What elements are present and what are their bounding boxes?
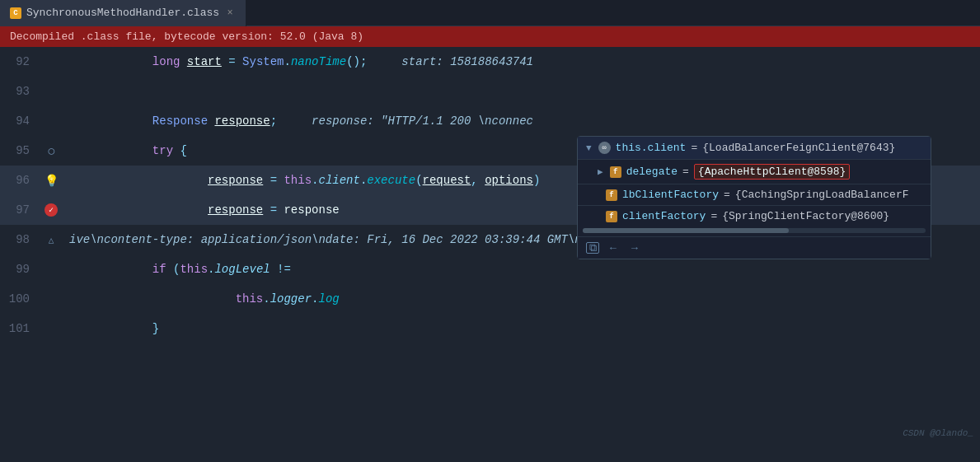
line-number-99: 99	[0, 263, 40, 276]
line-number-97: 97	[0, 203, 40, 217]
tooltip-var-name: this.client	[616, 142, 687, 154]
line-number-100: 100	[0, 292, 40, 306]
code-line-93: 93	[0, 77, 980, 106]
tooltip-type-icon: ∞	[598, 142, 611, 154]
forward-nav-button[interactable]: →	[627, 240, 642, 255]
line-number-96: 96	[0, 174, 40, 187]
field-name-cf: clientFactory	[622, 210, 706, 222]
watermark: CSDN @Olando_	[903, 428, 973, 438]
tab-bar: C SynchronousMethodHandler.class ×	[0, 0, 980, 26]
field-val-cf: {SpringClientFactory@8600}	[722, 210, 889, 222]
tooltip-value: {LoadBalancerFeignClient@7643}	[702, 142, 895, 154]
warning-text: Decompiled .class file, bytecode version…	[10, 30, 363, 43]
file-tab[interactable]: C SynchronousMethodHandler.class ×	[0, 0, 246, 26]
code-content-92: long start = System.nanoTime(); start: 1…	[63, 47, 980, 77]
debug-tooltip-panel: ▼ ∞ this.client = {LoadBalancerFeignClie…	[577, 136, 931, 259]
code-line-101: 101 }	[0, 314, 980, 343]
tooltip-row-delegate: ▶ f delegate = {ApacheHttpClient@8598}	[578, 159, 931, 184]
gutter-95: ◯	[40, 144, 63, 157]
gutter-97	[40, 203, 63, 217]
code-content-100: this.logger.log	[63, 284, 980, 314]
editor-area: 92 long start = System.nanoTime(); start…	[0, 47, 980, 458]
tab-filename: SynchronousMethodHandler.class	[26, 7, 219, 19]
field-eq-lb: =	[724, 189, 730, 201]
bulb-icon: 💡	[45, 174, 58, 187]
field-val-delegate: {ApacheHttpClient@8598}	[694, 164, 850, 180]
arrow-up-icon: △	[45, 233, 58, 246]
code-content-94: Response response; response: "HTTP/1.1 2…	[63, 106, 980, 136]
tooltip-scrollbar-thumb	[583, 228, 789, 233]
tab-close-button[interactable]: ×	[224, 7, 236, 19]
code-content-101: }	[63, 314, 980, 343]
tooltip-row-lbclientfactory: f lbClientFactory = {CachingSpringLoadBa…	[578, 184, 931, 205]
breakpoint-icon	[45, 203, 58, 217]
field-badge-lb: f	[606, 189, 617, 201]
field-val-lb: {CachingSpringLoadBalancerF	[735, 189, 909, 201]
field-eq-delegate: =	[682, 166, 689, 178]
tooltip-row-clientfactory: f clientFactory = {SpringClientFactory@8…	[578, 205, 931, 226]
copy-icon[interactable]: ⧉	[586, 242, 599, 254]
file-type-icon: C	[10, 7, 21, 19]
line-number-98: 98	[0, 233, 40, 246]
tooltip-equals: =	[691, 142, 697, 154]
code-line-92: 92 long start = System.nanoTime(); start…	[0, 47, 980, 77]
tooltip-footer: ⧉ ← →	[578, 236, 931, 259]
line-number-101: 101	[0, 322, 40, 335]
line-number-92: 92	[0, 55, 40, 68]
arrow-down-icon: ◯	[45, 144, 58, 157]
code-line-100: 100 this.logger.log	[0, 284, 980, 314]
field-name-lb: lbClientFactory	[622, 189, 719, 201]
tooltip-delegate-expand[interactable]: ▶	[598, 166, 603, 177]
field-name-delegate: delegate	[626, 166, 678, 178]
field-eq-cf: =	[710, 210, 717, 222]
gutter-98: △	[40, 233, 63, 246]
tooltip-scrollbar[interactable]	[583, 228, 926, 233]
tooltip-header: ▼ ∞ this.client = {LoadBalancerFeignClie…	[578, 137, 931, 159]
line-number-93: 93	[0, 85, 40, 98]
code-line-94: 94 Response response; response: "HTTP/1.…	[0, 106, 980, 136]
line-number-95: 95	[0, 144, 40, 157]
back-nav-button[interactable]: ←	[606, 240, 621, 255]
tooltip-collapse-arrow[interactable]: ▼	[586, 143, 592, 153]
field-badge-delegate: f	[610, 166, 621, 178]
gutter-96: 💡	[40, 174, 63, 187]
warning-bar: Decompiled .class file, bytecode version…	[0, 26, 980, 47]
field-badge-cf: f	[606, 211, 617, 222]
line-number-94: 94	[0, 114, 40, 128]
